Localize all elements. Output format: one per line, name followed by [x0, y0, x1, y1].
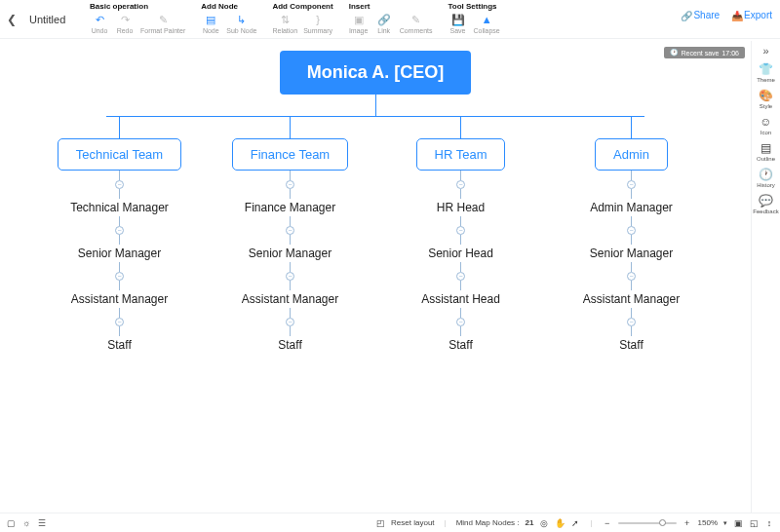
summary-icon: }	[311, 13, 325, 26]
team-node[interactable]: HR Team	[416, 138, 506, 171]
bottom-bar: ▢ ☼ ☰ ◰ Reset layout | Mind Map Nodes : …	[0, 513, 780, 532]
collapse-sidebar-button[interactable]: »	[762, 45, 768, 57]
summary-button[interactable]: }Summary	[303, 13, 332, 34]
share-label: Share	[693, 10, 720, 20]
tree-node[interactable]: Finance Manager	[245, 199, 335, 216]
group-tool-settings: Tool Settings 💾Save ▲Collapse	[445, 0, 504, 34]
expand-toggle[interactable]: −	[115, 272, 124, 281]
expand-icon[interactable]: ↕	[764, 518, 774, 528]
expand-toggle[interactable]: −	[115, 226, 124, 235]
node-label: Node	[203, 27, 219, 34]
expand-toggle[interactable]: −	[115, 180, 124, 189]
tree-node[interactable]: Admin Manager	[590, 199, 673, 216]
history-button[interactable]: 🕐History	[757, 168, 775, 188]
branches-row: Technical Team − Technical Manager − Sen…	[34, 138, 717, 354]
outline-label: Outline	[757, 156, 775, 162]
link-button[interactable]: 🔗Link	[374, 13, 394, 34]
style-button[interactable]: 🎨Style	[760, 89, 773, 109]
node-button[interactable]: ▤Node	[201, 13, 220, 34]
branch-technical: Technical Team − Technical Manager − Sen…	[34, 138, 205, 354]
undo-icon: ↶	[93, 13, 106, 26]
undo-button[interactable]: ↶Undo	[90, 13, 109, 34]
layers-icon[interactable]: ▢	[6, 518, 16, 528]
outline-button[interactable]: ▤Outline	[757, 141, 775, 162]
reset-layout-icon[interactable]: ◰	[375, 518, 385, 528]
expand-toggle[interactable]: −	[456, 318, 465, 326]
relation-icon: ⇅	[278, 13, 292, 26]
expand-toggle[interactable]: −	[286, 272, 294, 281]
subnode-label: Sub Node	[226, 27, 256, 34]
chain: − Admin Manager − Senior Manager − Assis…	[583, 171, 680, 354]
root-node[interactable]: Monica A. [CEO]	[280, 51, 471, 95]
tree-node[interactable]: Technical Manager	[70, 199, 169, 216]
reset-layout-button[interactable]: Reset layout	[391, 518, 434, 527]
back-arrow-icon[interactable]: ❮	[4, 0, 20, 39]
chain: − Technical Manager − Senior Manager − A…	[70, 171, 169, 354]
target-icon[interactable]: ◎	[539, 518, 549, 528]
tree-node[interactable]: Senior Manager	[249, 245, 332, 262]
feedback-button[interactable]: 💬Feedback	[753, 194, 778, 214]
tree-node[interactable]: Assistant Manager	[242, 290, 338, 308]
team-node[interactable]: Technical Team	[58, 138, 181, 171]
redo-button[interactable]: ↷Redo	[115, 13, 135, 34]
collapse-button[interactable]: ▲Collapse	[474, 13, 500, 34]
sun-icon[interactable]: ☼	[21, 518, 31, 528]
zoom-slider[interactable]	[618, 522, 677, 524]
node-icon: ▤	[204, 13, 217, 26]
tree-node[interactable]: HR Head	[437, 199, 485, 216]
tree-node[interactable]: Staff	[619, 336, 643, 354]
fit-screen-icon[interactable]: ▣	[733, 518, 743, 528]
subnode-icon: ↳	[235, 13, 249, 26]
zoom-in-button[interactable]: +	[682, 518, 692, 528]
expand-toggle[interactable]: −	[286, 180, 294, 189]
team-node[interactable]: Finance Team	[232, 138, 348, 171]
share-button[interactable]: 🔗 Share	[681, 10, 720, 20]
tree-node[interactable]: Senior Head	[428, 245, 493, 262]
expand-toggle[interactable]: −	[286, 318, 294, 326]
link-label: Link	[377, 27, 390, 34]
comments-icon: ✎	[410, 13, 423, 26]
team-node[interactable]: Admin	[595, 138, 668, 171]
expand-toggle[interactable]: −	[627, 226, 636, 235]
tree-node[interactable]: Senior Manager	[590, 245, 673, 262]
smile-icon: ☺	[760, 115, 773, 129]
group-add-node: Add Node ▤Node ↳Sub Node	[197, 0, 260, 34]
image-button[interactable]: ▣Image	[349, 13, 369, 34]
expand-toggle[interactable]: −	[456, 226, 465, 235]
format-painter-button[interactable]: ✎Format Painter	[140, 13, 185, 34]
hand-icon[interactable]: ✋	[555, 518, 565, 528]
canvas[interactable]: 🕑 Recent save 17:06 Monica A. [CEO] Tech…	[0, 41, 751, 513]
subnode-button[interactable]: ↳Sub Node	[226, 13, 256, 34]
icon-button[interactable]: ☺Icon	[760, 115, 773, 135]
expand-toggle[interactable]: −	[286, 226, 294, 235]
theme-button[interactable]: 👕Theme	[757, 62, 775, 83]
shirt-icon: 👕	[760, 62, 773, 76]
expand-toggle[interactable]: −	[627, 318, 636, 326]
export-icon: 📥	[731, 11, 741, 20]
comments-button[interactable]: ✎Comments	[400, 13, 433, 34]
tree-node[interactable]: Assistant Head	[421, 290, 500, 308]
tree-node[interactable]: Assistant Manager	[583, 290, 680, 308]
expand-toggle[interactable]: −	[627, 180, 636, 189]
tree-node[interactable]: Assistant Manager	[71, 290, 168, 308]
connector-line	[631, 117, 632, 138]
document-title[interactable]: Untitled	[20, 0, 78, 39]
export-button[interactable]: 📥 Export	[731, 10, 772, 20]
expand-toggle[interactable]: −	[627, 272, 636, 281]
fullscreen-icon[interactable]: ◱	[749, 518, 759, 528]
tree-node[interactable]: Staff	[278, 336, 301, 354]
save-label: Save	[450, 27, 466, 34]
zoom-out-button[interactable]: −	[603, 518, 612, 528]
tree-node[interactable]: Staff	[448, 336, 472, 354]
save-button[interactable]: 💾Save	[448, 13, 468, 34]
menu-icon[interactable]: ☰	[37, 518, 47, 528]
relation-button[interactable]: ⇅Relation	[272, 13, 297, 34]
zoom-thumb[interactable]	[659, 519, 666, 526]
expand-toggle[interactable]: −	[456, 180, 465, 189]
expand-toggle[interactable]: −	[456, 272, 465, 281]
tree-node[interactable]: Senior Manager	[78, 245, 161, 262]
expand-toggle[interactable]: −	[115, 318, 124, 326]
tree-node[interactable]: Staff	[107, 336, 131, 354]
cursor-icon[interactable]: ➚	[570, 518, 580, 528]
clock-icon: 🕐	[759, 168, 772, 181]
